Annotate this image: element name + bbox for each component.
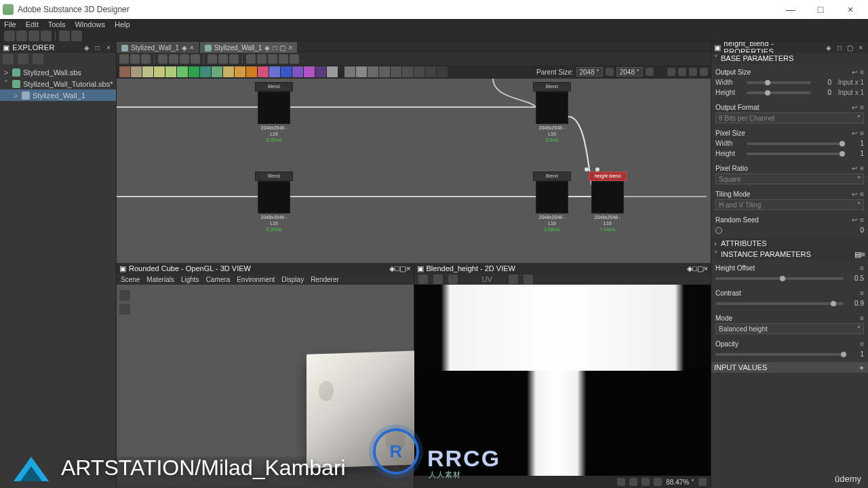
palette-icon[interactable]	[678, 68, 686, 76]
menu-icon[interactable]: ≡	[860, 264, 864, 272]
menu-icon[interactable]: ≡	[860, 68, 864, 76]
palette-swatch[interactable]	[344, 66, 355, 77]
menu-windows[interactable]: Windows	[75, 20, 105, 28]
graph-tool-icon[interactable]	[191, 54, 200, 64]
palette-swatch[interactable]	[281, 66, 292, 77]
palette-swatch[interactable]	[402, 66, 413, 77]
graph-tool-icon[interactable]	[119, 54, 129, 64]
graph-tool-icon[interactable]	[290, 54, 299, 64]
graph-node[interactable]: height blend2048x2048 - L167.44ms	[591, 171, 624, 232]
new-graph-icon[interactable]	[18, 54, 28, 64]
tab-close-icon[interactable]: ×	[288, 44, 292, 52]
menu-materials[interactable]: Materials	[146, 276, 174, 283]
graph-node[interactable]: Blend2048x2048 - L160.0ms	[536, 82, 568, 143]
menu-icon[interactable]: ≡	[860, 216, 864, 224]
menu-icon[interactable]: ≡	[860, 289, 864, 297]
settings-icon[interactable]	[700, 68, 708, 76]
graph-tool-icon[interactable]	[229, 54, 239, 64]
palette-swatch[interactable]	[223, 66, 234, 77]
lock-icon[interactable]	[606, 68, 614, 76]
palette-swatch[interactable]	[165, 66, 176, 77]
props-close-icon[interactable]: ×	[856, 43, 865, 52]
palette-swatch[interactable]	[269, 66, 280, 77]
inherit-icon[interactable]: ↩	[852, 104, 857, 111]
view2d-popout-icon[interactable]: □	[692, 264, 697, 272]
graph-tab-max-icon[interactable]: ▢	[279, 44, 285, 52]
graph-tab-1[interactable]: Stylized_Wall_1 ◈ ×	[117, 42, 199, 53]
value-output-width[interactable]: 0	[814, 79, 831, 86]
zoom-readout[interactable]: 88.47% ˅	[666, 479, 694, 486]
dropdown-pixel-ratio[interactable]: Square˅	[715, 174, 864, 184]
props-max-icon[interactable]: ▢	[846, 43, 855, 52]
palette-swatch[interactable]	[379, 66, 390, 77]
menu-display[interactable]: Display	[281, 276, 304, 283]
graph-node[interactable]: Blend2048x2048 - L160.35ms	[258, 171, 290, 232]
lock-icon[interactable]	[698, 478, 707, 486]
section-input-values[interactable]: INPUT VALUES	[714, 363, 858, 371]
redo-icon[interactable]	[71, 30, 82, 41]
slider-output-width[interactable]	[747, 81, 811, 84]
graph-tool-icon[interactable]	[268, 54, 277, 64]
view3d-pin-icon[interactable]: ◈	[389, 264, 395, 273]
value-contrast[interactable]: 0.9	[846, 300, 864, 307]
palette-swatch[interactable]	[315, 66, 326, 77]
palette-swatch[interactable]	[200, 66, 211, 77]
menu-icon[interactable]: ≡	[860, 340, 864, 348]
section-attributes[interactable]: ATTRIBUTES	[721, 239, 767, 247]
graph-tool-icon[interactable]	[246, 54, 256, 64]
slider-pixel-width[interactable]	[747, 142, 844, 145]
value-height-offset[interactable]: 0.5	[846, 274, 864, 282]
save-image-icon[interactable]	[418, 274, 428, 284]
grid-icon[interactable]	[617, 478, 625, 486]
window-maximize-button[interactable]: □	[806, 0, 835, 19]
section-base-parameters[interactable]: BASE PARAMETERS	[721, 54, 793, 62]
center-icon[interactable]	[629, 478, 637, 486]
graph-tool-icon[interactable]	[208, 54, 217, 64]
explorer-close-icon[interactable]: ×	[104, 43, 113, 52]
menu-icon[interactable]: ≡	[860, 129, 864, 137]
palette-swatch[interactable]	[212, 66, 222, 77]
list-icon[interactable]: ▤	[854, 250, 861, 259]
menu-camera[interactable]: Camera	[206, 276, 231, 283]
inherit-icon[interactable]: ↩	[852, 216, 857, 224]
new-package-icon[interactable]	[3, 54, 14, 64]
menu-edit[interactable]: Edit	[26, 20, 39, 28]
graph-tab-pin-icon[interactable]: ◈	[182, 44, 187, 52]
random-seed-radio[interactable]	[715, 227, 722, 234]
parent-size-dropdown[interactable]: 2048˅	[576, 67, 603, 77]
camera-tool-icon[interactable]	[119, 290, 130, 301]
menu-icon[interactable]: ≡	[860, 190, 864, 198]
copy-image-icon[interactable]	[448, 274, 458, 284]
menu-icon[interactable]: ≡	[860, 165, 864, 172]
graph-tool-icon[interactable]	[180, 54, 189, 64]
undo-icon[interactable]	[59, 30, 70, 41]
graph-tab-2[interactable]: Stylized_Wall_1 ◈ □ ▢ ×	[200, 42, 298, 53]
menu-tools[interactable]: Tools	[48, 20, 66, 28]
add-icon[interactable]: ＋	[858, 363, 865, 373]
value-output-height[interactable]: 0	[814, 89, 831, 96]
inherit-icon[interactable]: ↩	[852, 68, 857, 76]
graph-tool-icon[interactable]	[169, 54, 178, 64]
palette-swatch[interactable]	[154, 66, 165, 77]
menu-file[interactable]: File	[4, 20, 16, 28]
palette-swatch[interactable]	[189, 66, 199, 77]
graph-tool-icon[interactable]	[257, 54, 267, 64]
slider-contrast[interactable]	[715, 302, 844, 305]
open-image-icon[interactable]	[433, 274, 443, 284]
menu-icon[interactable]: ≡	[861, 250, 865, 258]
home-icon[interactable]	[4, 30, 15, 41]
histogram-icon[interactable]	[524, 274, 533, 284]
view2d-pin-icon[interactable]: ◈	[687, 264, 692, 273]
refresh-icon[interactable]	[646, 68, 654, 76]
tree-item-package-2[interactable]: ˅ Stylized_Wall_Tutorial.sbs*	[0, 78, 116, 89]
palette-swatch[interactable]	[142, 66, 153, 77]
menu-scene[interactable]: Scene	[121, 276, 140, 283]
slider-output-height[interactable]	[747, 92, 811, 94]
value-pixel-height[interactable]: 1	[846, 150, 864, 157]
window-minimize-button[interactable]: —	[776, 0, 806, 19]
graph-tool-icon[interactable]	[130, 54, 140, 64]
menu-help[interactable]: Help	[115, 20, 130, 28]
info-icon[interactable]	[509, 274, 518, 284]
graph-canvas[interactable]: Blend2048x2048 - L160.35msBlend2048x2048…	[117, 79, 711, 263]
props-pin-icon[interactable]: ◈	[825, 43, 834, 52]
